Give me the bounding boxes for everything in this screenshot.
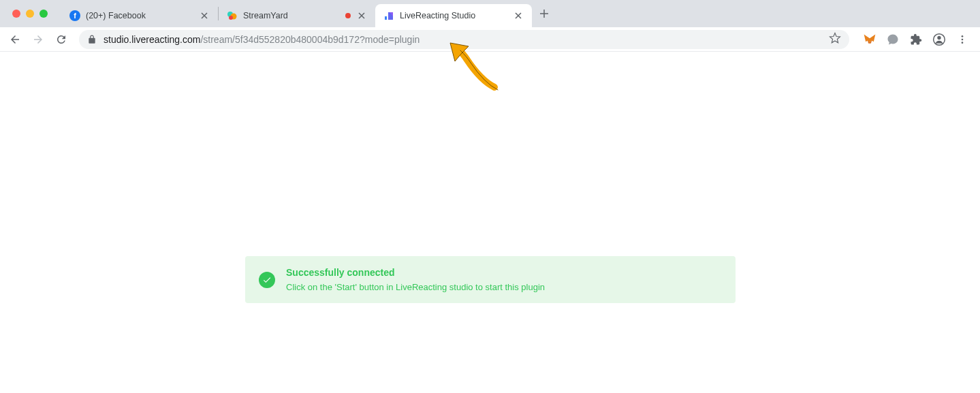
svg-point-7 [962,38,964,40]
metamask-extension-icon[interactable] [863,33,876,46]
success-alert: Successfully connected Click on the 'Sta… [245,256,736,303]
extensions-icon[interactable] [909,33,923,46]
window-controls [5,10,54,18]
favicon-streamyard [227,10,238,21]
new-tab-button[interactable] [535,4,554,23]
svg-point-8 [962,42,964,44]
page-content: Successfully connected Click on the 'Sta… [0,52,980,393]
checkmark-icon [259,272,275,288]
window-maximize-button[interactable] [39,10,48,18]
alert-title: Successfully connected [286,267,545,278]
tab-bar: f (20+) Facebook StreamYard [0,0,980,27]
url-text: studio.livereacting.com/stream/5f34d5528… [104,34,420,45]
bookmark-star-icon[interactable] [829,32,841,47]
close-icon[interactable] [513,10,524,21]
window-minimize-button[interactable] [26,10,34,18]
tab-title: (20+) Facebook [86,11,193,20]
window-close-button[interactable] [12,10,20,18]
close-icon[interactable] [199,10,210,21]
svg-rect-3 [385,16,387,20]
toolbar: studio.livereacting.com/stream/5f34d5528… [0,27,980,52]
lock-icon [87,35,97,44]
address-bar[interactable]: studio.livereacting.com/stream/5f34d5528… [79,30,849,49]
menu-icon[interactable] [955,33,969,46]
url-path: /stream/5f34d552820b480004b9d172?mode=pl… [200,34,420,45]
tabs-container: f (20+) Facebook StreamYard [61,0,980,27]
favicon-livereacting [383,10,394,21]
tab-streamyard[interactable]: StreamYard [219,4,375,27]
back-button[interactable] [5,30,25,49]
tab-title: LiveReacting Studio [400,11,507,20]
favicon-facebook: f [69,10,80,21]
tab-facebook[interactable]: f (20+) Facebook [61,4,218,27]
svg-point-6 [962,35,964,37]
url-domain: studio.livereacting.com [104,34,200,45]
svg-point-5 [937,35,941,39]
alert-text-container: Successfully connected Click on the 'Sta… [286,267,545,292]
alert-description: Click on the 'Start' button in LiveReact… [286,282,545,292]
reload-button[interactable] [52,30,71,49]
chat-extension-icon[interactable] [886,33,900,46]
tab-livereacting[interactable]: LiveReacting Studio [375,4,532,27]
recording-indicator-icon [345,13,351,18]
svg-point-2 [229,16,233,20]
close-icon[interactable] [356,10,367,21]
profile-icon[interactable] [932,33,946,46]
tab-title: StreamYard [243,11,340,20]
forward-button[interactable] [29,30,48,49]
toolbar-actions [857,33,975,46]
